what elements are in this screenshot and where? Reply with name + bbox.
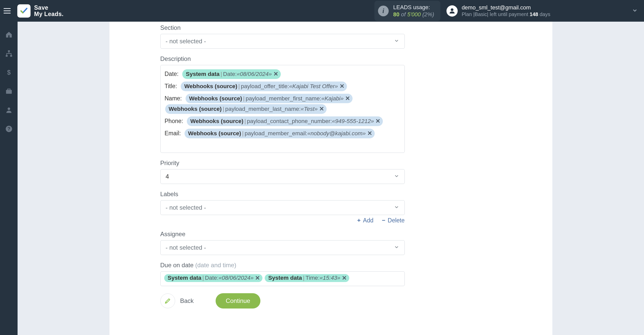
tag-remove-icon[interactable]: ✕ — [273, 70, 278, 78]
info-icon: i — [378, 6, 389, 16]
select-priority-value: 4 — [166, 173, 169, 180]
select-labels-value: - not selected - — [166, 204, 206, 211]
back-button-label[interactable]: Back — [180, 297, 194, 304]
tag-remove-icon[interactable]: ✕ — [375, 117, 380, 126]
account-email: demo_sml_test@gmail.com — [462, 4, 550, 11]
field-priority: Priority 4 — [160, 159, 405, 184]
field-assignee: Assignee - not selected - — [160, 231, 405, 255]
svg-text:?: ? — [7, 126, 10, 131]
usage-title: LEADS usage: — [393, 4, 434, 11]
plan-name: Basic — [474, 11, 487, 17]
label-priority: Priority — [160, 159, 405, 167]
label-assignee: Assignee — [160, 231, 405, 238]
tag-system-due-time[interactable]: System data | Time: «15:43»✕ — [265, 274, 349, 282]
sitemap-icon[interactable] — [5, 49, 13, 58]
svg-text:$: $ — [7, 69, 11, 76]
usage-text: LEADS usage: 80 of 5'000 (2%) — [393, 4, 434, 18]
row-label-phone: Phone: — [165, 118, 183, 124]
usage-total: 5'000 — [407, 11, 421, 18]
row-label-email: Email: — [165, 130, 181, 137]
description-box[interactable]: Date: System data | Date: «08/06/2024»✕ … — [160, 65, 405, 153]
chevron-down-icon — [394, 38, 399, 45]
tag-webhook-email[interactable]: Webhooks (source) | payload_member_email… — [185, 129, 375, 138]
field-description: Description Date: System data | Date: «0… — [160, 55, 405, 153]
desc-row-date: Date: System data | Date: «08/06/2024»✕ — [165, 69, 400, 79]
button-row: Back Continue — [160, 293, 405, 309]
plan-days: 148 — [530, 11, 538, 17]
select-section[interactable]: - not selected - — [160, 34, 405, 49]
leads-usage-pill[interactable]: i LEADS usage: 80 of 5'000 (2%) — [374, 1, 440, 21]
account-text: demo_sml_test@gmail.com Plan |Basic| lef… — [462, 4, 550, 18]
plan-suffix: | left until payment — [487, 11, 530, 17]
user-icon[interactable] — [5, 106, 13, 114]
desc-row-name: Name: Webhooks (source) | payload_member… — [165, 93, 400, 115]
field-labels: Labels - not selected - Add Delete — [160, 191, 405, 224]
plan-days-word: days — [538, 11, 550, 17]
tag-remove-icon[interactable]: ✕ — [255, 275, 260, 282]
field-due-date: Due on date (date and time) System data … — [160, 262, 405, 286]
app-logo[interactable] — [17, 4, 31, 18]
tag-remove-icon[interactable]: ✕ — [367, 129, 372, 138]
labels-delete-link[interactable]: Delete — [381, 217, 404, 224]
label-due-date-text: Due on date — [160, 262, 195, 269]
tag-remove-icon[interactable]: ✕ — [342, 275, 347, 282]
tag-webhook-firstname[interactable]: Webhooks (source) | payload_member_first… — [186, 94, 353, 103]
svg-rect-5 — [6, 90, 12, 94]
chevron-down-icon — [394, 173, 399, 180]
account-menu[interactable]: demo_sml_test@gmail.com Plan |Basic| lef… — [446, 4, 550, 18]
back-button-icon[interactable] — [160, 293, 175, 308]
row-label-name: Name: — [165, 95, 182, 102]
continue-button[interactable]: Continue — [216, 293, 260, 309]
row-label-title: Title: — [165, 83, 177, 89]
chevron-down-icon — [394, 244, 399, 251]
labels-delete-text: Delete — [388, 217, 404, 224]
chevron-down-icon — [394, 204, 399, 211]
tag-webhook-title[interactable]: Webhooks (source) | payload_offer_title:… — [181, 82, 347, 91]
labels-add-text: Add — [363, 217, 373, 224]
brand-line2: My Leads. — [34, 11, 64, 17]
tag-remove-icon[interactable]: ✕ — [345, 94, 350, 103]
label-due-date-hint: (date and time) — [195, 262, 236, 269]
brand-line1: Save — [34, 4, 48, 11]
desc-row-email: Email: Webhooks (source) | payload_membe… — [165, 128, 400, 139]
desc-row-phone: Phone: Webhooks (source) | payload_conta… — [165, 116, 400, 127]
label-due-date: Due on date (date and time) — [160, 262, 405, 269]
briefcase-icon[interactable] — [5, 87, 13, 96]
select-priority[interactable]: 4 — [160, 169, 405, 184]
tag-remove-icon[interactable]: ✕ — [319, 105, 324, 113]
dollar-icon[interactable]: $ — [5, 68, 13, 77]
svg-rect-1 — [8, 50, 10, 52]
hamburger-menu-icon[interactable] — [4, 6, 13, 16]
sidebar: $ ? — [0, 22, 18, 335]
usage-of: of — [401, 11, 405, 18]
select-labels[interactable]: - not selected - — [160, 200, 405, 215]
svg-rect-2 — [6, 55, 8, 57]
select-assignee[interactable]: - not selected - — [160, 240, 405, 255]
brand-name: Save My Leads. — [34, 5, 64, 17]
help-icon[interactable]: ? — [5, 125, 13, 133]
tag-webhook-phone[interactable]: Webhooks (source) | payload_contact_phon… — [187, 116, 383, 126]
due-date-box[interactable]: System data | Date: «08/06/2024»✕ System… — [160, 271, 405, 286]
svg-point-6 — [8, 108, 10, 110]
tag-system-due-date[interactable]: System data | Date: «08/06/2024»✕ — [164, 274, 263, 282]
usage-used: 80 — [393, 11, 399, 18]
usage-pct: (2%) — [422, 11, 434, 18]
plan-prefix: Plan | — [462, 11, 475, 17]
tag-webhook-lastname[interactable]: Webhooks (source) | payload_member_last_… — [165, 104, 327, 114]
home-icon[interactable] — [5, 30, 13, 39]
main-content: Section - not selected - Description Dat… — [18, 22, 644, 335]
tag-remove-icon[interactable]: ✕ — [340, 82, 344, 91]
pencil-icon — [164, 297, 171, 304]
labels-add-link[interactable]: Add — [356, 217, 373, 224]
svg-rect-3 — [10, 55, 12, 57]
row-label-date: Date: — [165, 71, 179, 77]
tag-system-date[interactable]: System data | Date: «08/06/2024»✕ — [182, 69, 281, 79]
label-section: Section — [160, 24, 405, 31]
label-labels: Labels — [160, 191, 405, 198]
select-section-value: - not selected - — [166, 38, 206, 45]
svg-point-0 — [451, 8, 453, 11]
label-description: Description — [160, 55, 405, 62]
avatar-icon — [446, 5, 458, 17]
header-chevron-down-icon[interactable] — [632, 7, 638, 15]
field-section: Section - not selected - — [160, 24, 405, 49]
